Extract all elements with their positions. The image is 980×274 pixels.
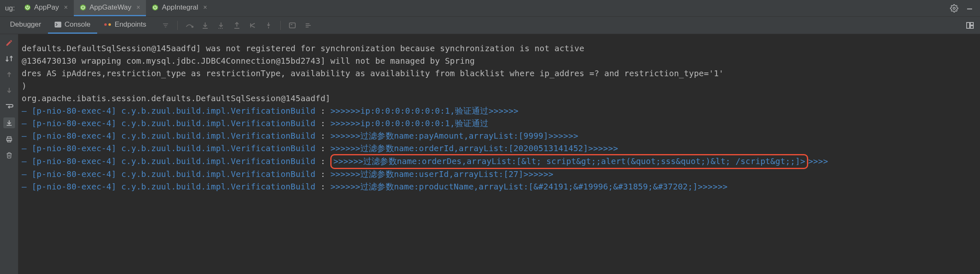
run-tab-appgateway[interactable]: AppGateWay× [74, 0, 146, 16]
trash-icon[interactable] [5, 151, 14, 160]
layout-settings-icon[interactable] [966, 22, 974, 29]
debug-toolbar: DebuggerConsoleEndpoints [0, 17, 980, 34]
run-tab-label: AppPay [34, 3, 59, 12]
subtab-endpoints[interactable]: Endpoints [97, 17, 153, 34]
toolbar-right [966, 22, 980, 29]
console-icon [55, 22, 61, 27]
run-config-bar: ug: AppPay×AppGateWay×AppIntegral× [0, 0, 980, 17]
force-step-into-icon[interactable] [217, 21, 225, 30]
svg-rect-21 [289, 23, 295, 28]
trace-icon[interactable] [304, 21, 312, 30]
spring-boot-icon [24, 4, 31, 11]
svg-point-6 [104, 23, 107, 26]
console-log-line: — [p-nio-80-exec-4] c.y.b.zuul.build.imp… [22, 181, 977, 193]
print-icon[interactable] [5, 135, 14, 144]
subtab-console[interactable]: Console [48, 17, 97, 34]
console-log-line: — [p-nio-80-exec-4] c.y.b.zuul.build.imp… [22, 168, 977, 181]
run-tab-label: AppGateWay [90, 3, 131, 12]
filter-icon[interactable] [161, 21, 170, 30]
highlighted-log: >>>>>>过滤参数name:orderDes,arrayList:[&lt; … [330, 154, 808, 169]
step-out-icon[interactable] [233, 21, 241, 30]
minimize-icon[interactable] [966, 5, 973, 12]
subtab-label: Endpoints [115, 20, 146, 29]
console-log-line: — [p-nio-80-exec-4] c.y.b.zuul.build.imp… [22, 155, 977, 168]
console-log-line: — [p-nio-80-exec-4] c.y.b.zuul.build.imp… [22, 105, 977, 117]
svg-point-3 [953, 7, 955, 9]
svg-point-7 [108, 23, 111, 26]
subtab-debugger[interactable]: Debugger [3, 17, 48, 34]
run-tab-apppay[interactable]: AppPay× [18, 0, 74, 16]
debug-label: ug: [0, 4, 18, 12]
run-tab-label: AppIntegral [162, 3, 198, 12]
console-output[interactable]: defaults.DefaultSqlSession@145aadfd] was… [18, 34, 980, 274]
left-gutter [0, 34, 18, 274]
close-icon[interactable]: × [203, 4, 207, 11]
step-into-icon[interactable] [201, 21, 209, 30]
main-area: defaults.DefaultSqlSession@145aadfd] was… [0, 34, 980, 274]
scroll-to-end-icon[interactable] [3, 117, 15, 128]
close-icon[interactable]: × [136, 4, 140, 11]
soft-wrap-icon[interactable] [5, 102, 14, 111]
sort-icon[interactable] [5, 54, 14, 63]
console-log-line: — [p-nio-80-exec-4] c.y.b.zuul.build.imp… [22, 142, 977, 155]
step-over-icon[interactable] [185, 21, 193, 30]
down-arrow-icon[interactable] [5, 86, 14, 95]
run-to-cursor-icon[interactable] [264, 21, 273, 30]
svg-rect-5 [55, 22, 61, 27]
console-line: @1364730130 wrapping com.mysql.jdbc.JDBC… [22, 55, 977, 67]
evaluate-icon[interactable] [288, 21, 297, 30]
console-line: dres AS ipAddres,restriction_type as res… [22, 67, 977, 80]
console-log-line: — [p-nio-80-exec-4] c.y.b.zuul.build.imp… [22, 117, 977, 130]
svg-rect-28 [970, 26, 973, 28]
up-arrow-icon[interactable] [5, 70, 14, 79]
console-line: org.apache.ibatis.session.defaults.Defau… [22, 92, 977, 105]
svg-point-11 [192, 26, 193, 27]
run-tabs: AppPay×AppGateWay×AppIntegral× [18, 0, 213, 16]
spring-boot-icon [152, 4, 158, 11]
console-line: defaults.DefaultSqlSession@145aadfd] was… [22, 42, 977, 55]
top-bar-right [950, 4, 980, 12]
subtab-label: Debugger [10, 20, 41, 29]
console-log-line: — [p-nio-80-exec-4] c.y.b.zuul.build.imp… [22, 130, 977, 142]
gear-icon[interactable] [950, 4, 958, 12]
drop-frame-icon[interactable] [249, 21, 257, 30]
svg-rect-27 [970, 22, 973, 25]
subtab-label: Console [65, 20, 90, 29]
edit-icon[interactable] [5, 38, 14, 47]
spring-boot-icon [80, 4, 86, 11]
console-line: ) [22, 80, 977, 92]
run-tab-appintegral[interactable]: AppIntegral× [146, 0, 213, 16]
svg-rect-26 [967, 22, 970, 28]
close-icon[interactable]: × [64, 4, 68, 11]
toolbar-icons [153, 21, 312, 30]
endpoints-icon [104, 22, 111, 27]
